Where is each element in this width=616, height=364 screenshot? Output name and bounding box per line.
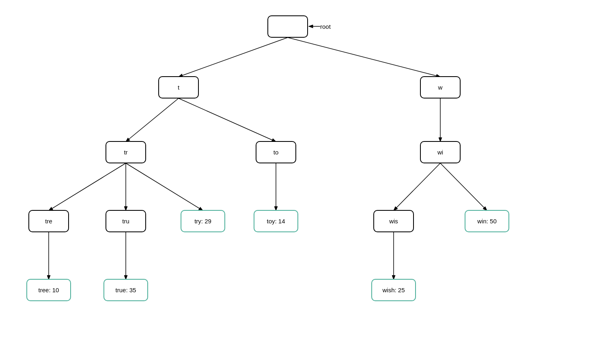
svg-line-5 [179, 98, 276, 142]
node-w: w [420, 76, 461, 98]
svg-line-3 [288, 38, 440, 77]
node-true: true: 35 [103, 279, 148, 301]
node-wi: wi [420, 141, 461, 163]
svg-line-2 [179, 38, 288, 77]
svg-line-11 [394, 163, 440, 211]
node-tree: tree: 10 [26, 279, 71, 301]
node-toy: toy: 14 [254, 210, 298, 232]
node-to: to [256, 141, 296, 163]
node-root [267, 15, 308, 38]
node-try: try: 29 [181, 210, 225, 232]
node-t: t [158, 76, 199, 98]
node-wish: wish: 25 [371, 279, 416, 301]
node-tre: tre [28, 210, 69, 232]
node-win: win: 50 [465, 210, 509, 232]
root-label: root [320, 23, 331, 30]
node-wis: wis [373, 210, 414, 232]
svg-line-12 [440, 163, 487, 211]
tree-arrows [0, 0, 616, 364]
node-tr: tr [106, 141, 146, 163]
svg-line-4 [126, 98, 179, 142]
tree-container: twtrtowitretrutry: 29toy: 14wiswin: 50tr… [0, 0, 616, 364]
node-tru: tru [106, 210, 146, 232]
svg-line-9 [126, 163, 203, 211]
svg-line-7 [49, 163, 126, 211]
